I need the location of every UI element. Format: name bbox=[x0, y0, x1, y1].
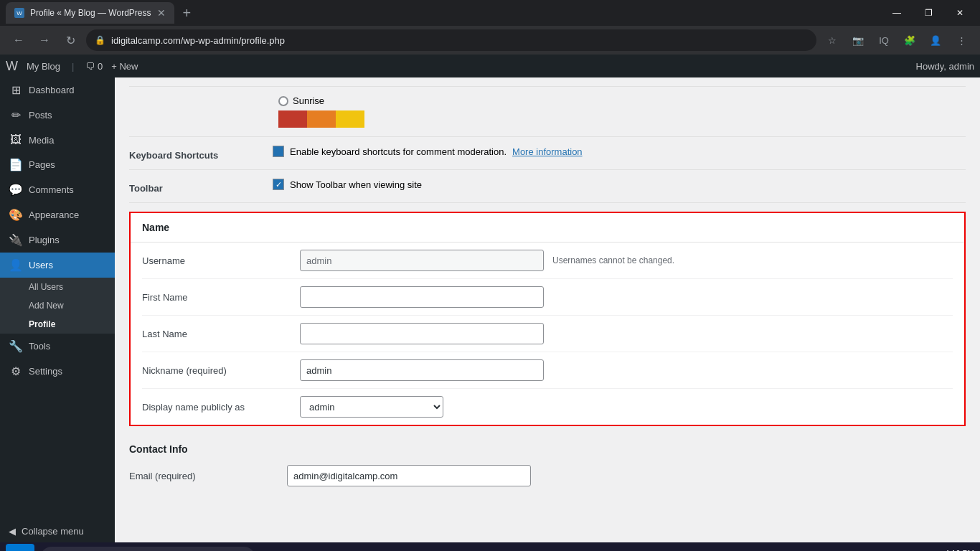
browser-chrome: W Profile « My Blog — WordPress ✕ + — ❐ … bbox=[0, 0, 980, 26]
tab-favicon: W bbox=[14, 8, 24, 18]
sunrise-label: Sunrise bbox=[293, 95, 324, 106]
appearance-icon: 🎨 bbox=[9, 208, 23, 222]
iq-button[interactable]: IQ bbox=[874, 30, 894, 50]
taskbar-icon-filezilla[interactable]: 🔗 bbox=[459, 547, 482, 551]
sidebar-item-plugins[interactable]: 🔌 Plugins bbox=[0, 227, 115, 253]
taskbar-icon-store[interactable]: 🛍 bbox=[373, 547, 396, 551]
taskbar-icon-spotify[interactable]: 🎵 bbox=[603, 547, 626, 551]
last-name-input[interactable] bbox=[300, 323, 544, 344]
pages-icon: 📄 bbox=[9, 158, 23, 171]
window-minimize-button[interactable]: — bbox=[882, 2, 911, 24]
username-label: Username bbox=[142, 255, 300, 266]
dashboard-icon: ⊞ bbox=[9, 83, 23, 97]
back-button[interactable]: ← bbox=[9, 30, 29, 50]
submenu-add-new[interactable]: Add New bbox=[0, 296, 115, 315]
admin-bar-howdy[interactable]: Howdy, admin bbox=[916, 61, 974, 72]
taskbar-icon-teamviewer[interactable]: 🖥 bbox=[488, 547, 511, 551]
last-name-label: Last Name bbox=[142, 329, 300, 339]
nickname-input[interactable] bbox=[300, 359, 544, 381]
posts-icon: ✏ bbox=[9, 108, 23, 122]
email-field-container bbox=[287, 465, 966, 486]
extensions-button[interactable]: 🧩 bbox=[900, 30, 920, 50]
sunrise-swatches bbox=[278, 110, 364, 128]
top-partial: Sunrise Keyboard Shortcuts Enable keyboa… bbox=[115, 77, 980, 203]
sidebar-item-dashboard[interactable]: ⊞ Dashboard bbox=[0, 77, 115, 103]
sunrise-option[interactable]: Sunrise bbox=[278, 95, 324, 106]
taskbar-icon-edge[interactable]: 🌐 bbox=[316, 547, 339, 551]
keyboard-shortcuts-checkbox[interactable] bbox=[273, 146, 284, 157]
sidebar-item-settings[interactable]: ⚙ Settings bbox=[0, 359, 115, 384]
email-label: Email (required) bbox=[129, 471, 287, 481]
time: 4:16 PM bbox=[945, 548, 974, 551]
close-tab-button[interactable]: ✕ bbox=[157, 7, 166, 19]
sidebar-item-tools[interactable]: 🔧 Tools bbox=[0, 334, 115, 359]
forward-button[interactable]: → bbox=[34, 30, 55, 50]
taskbar-icon-excel[interactable]: 📊 bbox=[430, 547, 453, 551]
wp-admin-bar: W My Blog | 🗨 0 + New Howdy, admin bbox=[0, 55, 980, 77]
taskbar-icon-firefox[interactable]: 🦊 bbox=[517, 547, 540, 551]
admin-bar-new[interactable]: + New bbox=[111, 61, 138, 72]
toolbar-content: ✓ Show Toolbar when viewing site bbox=[273, 179, 966, 190]
users-icon: 👤 bbox=[9, 258, 23, 272]
toolbar-text: Show Toolbar when viewing site bbox=[290, 179, 422, 190]
browser-tab[interactable]: W Profile « My Blog — WordPress ✕ bbox=[6, 2, 174, 24]
nickname-label: Nickname (required) bbox=[142, 365, 300, 376]
username-input bbox=[300, 250, 544, 271]
wp-logo-icon: W bbox=[6, 59, 18, 74]
username-note: Usernames cannot be changed. bbox=[552, 255, 674, 265]
window-restore-button[interactable]: ❐ bbox=[914, 2, 943, 24]
new-tab-button[interactable]: + bbox=[183, 5, 192, 22]
star-button[interactable]: ☆ bbox=[822, 30, 842, 50]
taskbar-icon-chrome[interactable]: ⭕ bbox=[631, 547, 654, 551]
start-button[interactable]: ⊞ bbox=[6, 544, 34, 551]
swatch-red bbox=[278, 110, 307, 128]
taskbar-icon-taskview[interactable]: ⊟ bbox=[287, 547, 310, 551]
sidebar-item-label: Pages bbox=[29, 159, 55, 170]
sidebar-item-media[interactable]: 🖼 Media bbox=[0, 128, 115, 152]
taskbar-icon-mail[interactable]: ✉ bbox=[402, 547, 425, 551]
last-name-field-container bbox=[300, 323, 953, 344]
display-name-label: Display name publicly as bbox=[142, 402, 300, 413]
tab-title: Profile « My Blog — WordPress bbox=[30, 8, 151, 18]
sidebar-item-label: Tools bbox=[29, 341, 50, 352]
contact-section: Contact Info Email (required) bbox=[115, 435, 980, 494]
sidebar-item-users[interactable]: 👤 Users bbox=[0, 253, 115, 278]
browser-actions: ☆ 📷 IQ 🧩 👤 ⋮ bbox=[822, 30, 971, 50]
name-section-header: Name bbox=[131, 213, 964, 242]
taskbar-icon-browser2[interactable]: 🌍 bbox=[545, 547, 568, 551]
sidebar-item-appearance[interactable]: 🎨 Appearance bbox=[0, 202, 115, 227]
submenu-profile[interactable]: Profile bbox=[0, 315, 115, 334]
collapse-menu-button[interactable]: ◀ Collapse menu bbox=[0, 520, 115, 542]
contact-section-title: Contact Info bbox=[129, 435, 966, 458]
collapse-label: Collapse menu bbox=[22, 526, 84, 537]
taskbar-icon-fileexplorer[interactable]: 📁 bbox=[344, 547, 367, 551]
toolbar-checkbox[interactable]: ✓ bbox=[273, 179, 284, 190]
plugins-icon: 🔌 bbox=[9, 233, 23, 247]
sidebar-item-pages[interactable]: 📄 Pages bbox=[0, 152, 115, 177]
admin-bar-comments[interactable]: 🗨 0 bbox=[85, 61, 103, 72]
taskbar-search[interactable]: 🔍 Type here to search bbox=[40, 547, 255, 551]
refresh-button[interactable]: ↻ bbox=[60, 30, 80, 50]
submenu-all-users[interactable]: All Users bbox=[0, 278, 115, 296]
sidebar-item-label: Comments bbox=[29, 184, 74, 195]
sidebar-item-label: Appearance bbox=[29, 209, 79, 220]
address-bar[interactable]: 🔒 idigitalcamp.com/wp-wp-admin/profile.p… bbox=[86, 29, 816, 51]
sidebar-item-posts[interactable]: ✏ Posts bbox=[0, 103, 115, 128]
window-close-button[interactable]: ✕ bbox=[946, 2, 974, 24]
email-row: Email (required) bbox=[129, 458, 966, 494]
profile-button[interactable]: 👤 bbox=[925, 30, 946, 50]
more-info-link[interactable]: More information bbox=[512, 146, 583, 157]
first-name-input[interactable] bbox=[300, 286, 544, 308]
sidebar: ⊞ Dashboard ✏ Posts 🖼 Media 📄 Pages 💬 Co… bbox=[0, 77, 115, 542]
admin-bar-myblog[interactable]: My Blog bbox=[27, 61, 60, 72]
email-input[interactable] bbox=[287, 465, 531, 486]
menu-button[interactable]: ⋮ bbox=[951, 30, 971, 50]
swatch-orange bbox=[307, 110, 336, 128]
taskbar-icon-browser3[interactable]: 🔵 bbox=[574, 547, 597, 551]
display-name-select[interactable]: admin bbox=[300, 396, 443, 418]
display-name-field-container: admin bbox=[300, 396, 953, 418]
sunrise-radio[interactable] bbox=[278, 96, 288, 106]
taskbar-icon-cortana[interactable]: 🔵 bbox=[258, 547, 281, 551]
screenshot-button[interactable]: 📷 bbox=[848, 30, 868, 50]
sidebar-item-comments[interactable]: 💬 Comments bbox=[0, 177, 115, 202]
